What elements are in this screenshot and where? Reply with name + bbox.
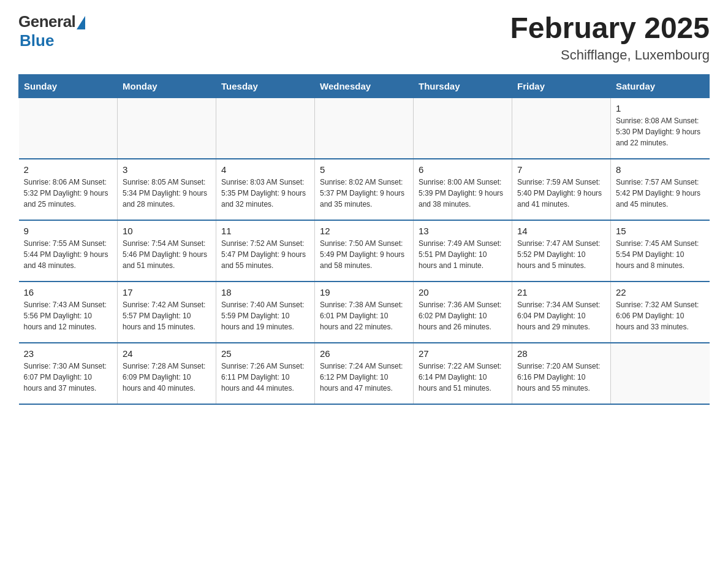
- day-number: 2: [24, 164, 113, 175]
- calendar-day-cell: 28Sunrise: 7:20 AM Sunset: 6:16 PM Dayli…: [512, 343, 611, 404]
- day-info: Sunrise: 7:52 AM Sunset: 5:47 PM Dayligh…: [221, 238, 309, 271]
- calendar-day-cell: 8Sunrise: 7:57 AM Sunset: 5:42 PM Daylig…: [611, 159, 710, 220]
- calendar-day-cell: 1Sunrise: 8:08 AM Sunset: 5:30 PM Daylig…: [611, 98, 710, 159]
- day-number: 27: [419, 348, 507, 359]
- day-number: 6: [419, 164, 507, 175]
- calendar-day-cell: [315, 98, 414, 159]
- day-info: Sunrise: 7:32 AM Sunset: 6:06 PM Dayligh…: [616, 299, 705, 332]
- logo: General Blue: [18, 12, 85, 50]
- day-info: Sunrise: 7:54 AM Sunset: 5:46 PM Dayligh…: [123, 238, 211, 271]
- day-of-week-header: Tuesday: [216, 74, 315, 98]
- day-of-week-header: Thursday: [414, 74, 512, 98]
- calendar-week-row: 16Sunrise: 7:43 AM Sunset: 5:56 PM Dayli…: [19, 282, 710, 343]
- page-header: General Blue February 2025 Schifflange, …: [18, 12, 710, 63]
- calendar-day-cell: 19Sunrise: 7:38 AM Sunset: 6:01 PM Dayli…: [315, 282, 414, 343]
- day-info: Sunrise: 8:06 AM Sunset: 5:32 PM Dayligh…: [24, 177, 113, 210]
- day-info: Sunrise: 7:22 AM Sunset: 6:14 PM Dayligh…: [419, 361, 507, 394]
- day-info: Sunrise: 7:59 AM Sunset: 5:40 PM Dayligh…: [517, 177, 605, 210]
- day-info: Sunrise: 8:02 AM Sunset: 5:37 PM Dayligh…: [320, 177, 408, 210]
- day-info: Sunrise: 7:26 AM Sunset: 6:11 PM Dayligh…: [221, 361, 309, 394]
- day-info: Sunrise: 7:38 AM Sunset: 6:01 PM Dayligh…: [320, 299, 408, 332]
- day-of-week-header: Friday: [512, 74, 611, 98]
- day-info: Sunrise: 7:36 AM Sunset: 6:02 PM Dayligh…: [419, 299, 507, 332]
- day-number: 24: [123, 348, 211, 359]
- calendar-day-cell: [611, 343, 710, 404]
- calendar-day-cell: 25Sunrise: 7:26 AM Sunset: 6:11 PM Dayli…: [216, 343, 315, 404]
- calendar-header-row: SundayMondayTuesdayWednesdayThursdayFrid…: [19, 74, 710, 98]
- day-info: Sunrise: 8:05 AM Sunset: 5:34 PM Dayligh…: [123, 177, 211, 210]
- day-info: Sunrise: 7:28 AM Sunset: 6:09 PM Dayligh…: [123, 361, 211, 394]
- day-info: Sunrise: 7:57 AM Sunset: 5:42 PM Dayligh…: [616, 177, 705, 210]
- calendar-day-cell: 23Sunrise: 7:30 AM Sunset: 6:07 PM Dayli…: [19, 343, 118, 404]
- calendar-day-cell: 21Sunrise: 7:34 AM Sunset: 6:04 PM Dayli…: [512, 282, 611, 343]
- day-number: 15: [616, 226, 705, 236]
- day-info: Sunrise: 7:49 AM Sunset: 5:51 PM Dayligh…: [419, 238, 507, 271]
- day-number: 7: [517, 164, 605, 175]
- day-number: 3: [123, 164, 211, 175]
- day-number: 16: [24, 287, 113, 297]
- calendar-day-cell: 16Sunrise: 7:43 AM Sunset: 5:56 PM Dayli…: [19, 282, 118, 343]
- day-number: 4: [221, 164, 309, 175]
- day-info: Sunrise: 8:03 AM Sunset: 5:35 PM Dayligh…: [221, 177, 309, 210]
- calendar-day-cell: 6Sunrise: 8:00 AM Sunset: 5:39 PM Daylig…: [414, 159, 512, 220]
- day-number: 13: [419, 226, 507, 236]
- calendar-week-row: 23Sunrise: 7:30 AM Sunset: 6:07 PM Dayli…: [19, 343, 710, 404]
- logo-triangle-icon: [77, 16, 85, 29]
- day-info: Sunrise: 8:00 AM Sunset: 5:39 PM Dayligh…: [419, 177, 507, 210]
- calendar-day-cell: 7Sunrise: 7:59 AM Sunset: 5:40 PM Daylig…: [512, 159, 611, 220]
- day-info: Sunrise: 7:45 AM Sunset: 5:54 PM Dayligh…: [616, 238, 705, 271]
- calendar-day-cell: 10Sunrise: 7:54 AM Sunset: 5:46 PM Dayli…: [118, 220, 216, 282]
- day-info: Sunrise: 7:50 AM Sunset: 5:49 PM Dayligh…: [320, 238, 408, 271]
- day-info: Sunrise: 7:24 AM Sunset: 6:12 PM Dayligh…: [320, 361, 408, 394]
- day-number: 1: [616, 103, 705, 113]
- calendar-day-cell: 11Sunrise: 7:52 AM Sunset: 5:47 PM Dayli…: [216, 220, 315, 282]
- calendar-day-cell: 18Sunrise: 7:40 AM Sunset: 5:59 PM Dayli…: [216, 282, 315, 343]
- day-number: 25: [221, 348, 309, 359]
- day-number: 10: [123, 226, 211, 236]
- calendar-day-cell: 22Sunrise: 7:32 AM Sunset: 6:06 PM Dayli…: [611, 282, 710, 343]
- day-number: 5: [320, 164, 408, 175]
- day-info: Sunrise: 7:40 AM Sunset: 5:59 PM Dayligh…: [221, 299, 309, 332]
- calendar-day-cell: [216, 98, 315, 159]
- day-number: 28: [517, 348, 605, 359]
- calendar-day-cell: 3Sunrise: 8:05 AM Sunset: 5:34 PM Daylig…: [118, 159, 216, 220]
- page-subtitle: Schifflange, Luxembourg: [510, 47, 710, 63]
- day-of-week-header: Monday: [118, 74, 216, 98]
- calendar-day-cell: [414, 98, 512, 159]
- day-number: 14: [517, 226, 605, 236]
- day-number: 26: [320, 348, 408, 359]
- day-number: 21: [517, 287, 605, 297]
- day-info: Sunrise: 7:30 AM Sunset: 6:07 PM Dayligh…: [24, 361, 113, 394]
- day-of-week-header: Saturday: [611, 74, 710, 98]
- day-info: Sunrise: 7:55 AM Sunset: 5:44 PM Dayligh…: [24, 238, 113, 271]
- calendar-day-cell: 9Sunrise: 7:55 AM Sunset: 5:44 PM Daylig…: [19, 220, 118, 282]
- logo-general-text: General: [18, 12, 75, 31]
- day-number: 20: [419, 287, 507, 297]
- calendar-day-cell: 27Sunrise: 7:22 AM Sunset: 6:14 PM Dayli…: [414, 343, 512, 404]
- calendar-day-cell: 17Sunrise: 7:42 AM Sunset: 5:57 PM Dayli…: [118, 282, 216, 343]
- day-info: Sunrise: 8:08 AM Sunset: 5:30 PM Dayligh…: [616, 115, 705, 148]
- calendar-week-row: 2Sunrise: 8:06 AM Sunset: 5:32 PM Daylig…: [19, 159, 710, 220]
- day-info: Sunrise: 7:20 AM Sunset: 6:16 PM Dayligh…: [517, 361, 605, 394]
- day-number: 18: [221, 287, 309, 297]
- day-info: Sunrise: 7:42 AM Sunset: 5:57 PM Dayligh…: [123, 299, 211, 332]
- page-title: February 2025: [510, 12, 710, 45]
- calendar-day-cell: [512, 98, 611, 159]
- day-number: 12: [320, 226, 408, 236]
- day-number: 8: [616, 164, 705, 175]
- calendar-day-cell: 5Sunrise: 8:02 AM Sunset: 5:37 PM Daylig…: [315, 159, 414, 220]
- calendar-table: SundayMondayTuesdayWednesdayThursdayFrid…: [18, 74, 710, 405]
- calendar-day-cell: [19, 98, 118, 159]
- day-number: 9: [24, 226, 113, 236]
- calendar-day-cell: 20Sunrise: 7:36 AM Sunset: 6:02 PM Dayli…: [414, 282, 512, 343]
- day-info: Sunrise: 7:34 AM Sunset: 6:04 PM Dayligh…: [517, 299, 605, 332]
- calendar-day-cell: 24Sunrise: 7:28 AM Sunset: 6:09 PM Dayli…: [118, 343, 216, 404]
- day-number: 19: [320, 287, 408, 297]
- calendar-day-cell: 12Sunrise: 7:50 AM Sunset: 5:49 PM Dayli…: [315, 220, 414, 282]
- calendar-day-cell: 26Sunrise: 7:24 AM Sunset: 6:12 PM Dayli…: [315, 343, 414, 404]
- day-number: 23: [24, 348, 113, 359]
- calendar-week-row: 9Sunrise: 7:55 AM Sunset: 5:44 PM Daylig…: [19, 220, 710, 282]
- calendar-day-cell: 15Sunrise: 7:45 AM Sunset: 5:54 PM Dayli…: [611, 220, 710, 282]
- day-info: Sunrise: 7:47 AM Sunset: 5:52 PM Dayligh…: [517, 238, 605, 271]
- title-area: February 2025 Schifflange, Luxembourg: [510, 12, 710, 63]
